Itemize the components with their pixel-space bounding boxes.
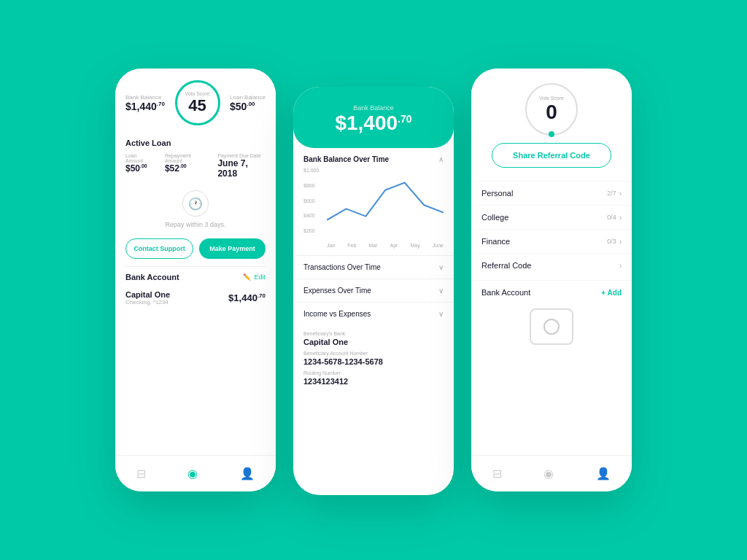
chevron-right-icon-1: › (619, 190, 622, 198)
bank-account-section-label: Bank Account (481, 288, 530, 297)
chevron-up-icon[interactable]: ∧ (438, 155, 444, 163)
add-bank-button[interactable]: + Add (601, 289, 622, 297)
chart-title: Bank Balance Over Time (303, 155, 389, 163)
bank-balance-label: Bank Balance (125, 94, 165, 101)
safe-icon (530, 308, 573, 345)
bank-balance-large: $1,400.70 (335, 112, 411, 135)
repayment-label: Repayment Amount (165, 153, 206, 163)
bottom-nav-1: ⊟ ◉ 👤 (115, 455, 276, 491)
globe-nav-icon-3[interactable]: ◉ (543, 467, 554, 481)
user-nav-icon-3[interactable]: 👤 (596, 467, 611, 481)
chart-area: $1,000 $800 $600 $400 $200 Jan Feb Mar A… (303, 168, 444, 248)
menu-finance-right: 0/3 › (607, 238, 622, 246)
beneficiary-bank-value: Capital One (303, 338, 444, 346)
due-date-item: Payment Due Date June 7, 2018 (217, 153, 266, 179)
share-referral-code-button[interactable]: Share Referral Code (492, 143, 611, 168)
beneficiary-account-value: 1234-5678-1234-5678 (303, 357, 444, 366)
phone2-header: Bank Balance $1,400.70 (293, 87, 454, 148)
repay-section: 🕐 Repay within 3 days. (115, 182, 276, 234)
account-balance: $1,440.70 (228, 292, 266, 303)
make-payment-button[interactable]: Make Payment (199, 238, 266, 259)
vola-score-label-3: Vola Score (539, 96, 564, 101)
vola-score-value: 45 (188, 96, 206, 115)
bank-balance-value: $1,440.70 (125, 101, 165, 112)
routing-value: 1234123412 (303, 377, 444, 386)
home-nav-icon-3[interactable]: ⊟ (492, 467, 502, 481)
phone-1: Bank Balance $1,440.70 Vola Score 45 Loa… (115, 69, 276, 491)
user-nav-icon[interactable]: 👤 (240, 467, 255, 481)
chevron-down-icon-3: ∨ (438, 310, 444, 318)
vola-score-value-3: 0 (546, 101, 557, 124)
chevron-down-icon-1: ∨ (438, 263, 444, 271)
chevron-right-icon-2: › (619, 214, 622, 222)
bank-edit-button[interactable]: ✏️ Edit (243, 273, 266, 281)
chart-y-labels: $1,000 $800 $600 $400 $200 (303, 168, 319, 233)
beneficiary-section: Beneficiary's Bank Capital One Beneficia… (293, 325, 454, 396)
globe-nav-icon[interactable]: ◉ (187, 467, 198, 481)
phones-container: Bank Balance $1,440.70 Vola Score 45 Loa… (101, 50, 646, 510)
accordion-income-label: Income vs Expenses (303, 310, 371, 318)
beneficiary-bank-label: Beneficiary's Bank (303, 331, 444, 336)
edit-icon: ✏️ (243, 273, 251, 281)
bank-section: Bank Account ✏️ Edit (115, 267, 276, 287)
phone-3: Vola Score 0 Share Referral Code Persona… (471, 69, 632, 491)
active-loan-title: Active Loan (115, 133, 276, 150)
routing-label: Routing Number (303, 370, 444, 376)
repayment-item: Repayment Amount $52.00 (165, 153, 206, 179)
loan-amount-item: Loan Amount $50.00 (125, 153, 153, 179)
phone-2: Bank Balance $1,400.70 Bank Balance Over… (293, 87, 454, 495)
chevron-down-icon-2: ∨ (438, 287, 444, 295)
chart-header: Bank Balance Over Time ∧ (303, 155, 444, 163)
contact-support-button[interactable]: Contact Support (125, 238, 193, 259)
accordion-income[interactable]: Income vs Expenses ∨ (293, 302, 454, 325)
loan-balance-label: Loan Balance (230, 94, 266, 101)
chart-x-labels: Jan Feb Mar Apr May June (327, 243, 444, 248)
chart-svg (327, 168, 444, 235)
menu-college[interactable]: College 0/4 › (471, 205, 632, 229)
bank-account-section: Bank Account + Add (471, 280, 632, 301)
chevron-right-icon-4: › (619, 262, 622, 270)
loan-details: Loan Amount $50.00 Repayment Amount $52.… (115, 150, 276, 182)
menu-personal-label: Personal (481, 189, 513, 198)
bank-info: Capital One Checking, *1234 (125, 290, 170, 306)
vola-circle-large: Vola Score 0 (525, 83, 578, 136)
menu-referral[interactable]: Referral Code › (471, 253, 632, 277)
menu-college-label: College (481, 213, 508, 222)
menu-finance[interactable]: Finance 0/3 › (471, 229, 632, 253)
safe-icon-container (471, 301, 632, 351)
loan-balance-block: Loan Balance $50.00 (230, 94, 266, 112)
home-nav-icon[interactable]: ⊟ (136, 467, 146, 481)
due-date-label: Payment Due Date (217, 153, 266, 158)
chart-section: Bank Balance Over Time ∧ $1,000 $800 $60… (293, 148, 454, 255)
repay-text: Repay within 3 days. (165, 221, 225, 228)
phone1-header: Bank Balance $1,440.70 Vola Score 45 Loa… (115, 69, 276, 133)
action-buttons: Contact Support Make Payment (115, 234, 276, 266)
menu-personal[interactable]: Personal 2/7 › (471, 181, 632, 205)
bank-account-title: Bank Account (125, 273, 179, 281)
beneficiary-account-label: Beneficiary Account Number (303, 351, 444, 356)
loan-amount-value: $50.00 (125, 163, 153, 174)
bottom-nav-3: ⊟ ◉ 👤 (471, 455, 632, 491)
vola-score-circle: Vola Score 45 (175, 80, 220, 125)
bank-subtype: Checking, *1234 (125, 299, 170, 306)
bank-row: Capital One Checking, *1234 $1,440.70 (115, 287, 276, 311)
bank-balance-label-2: Bank Balance (353, 104, 394, 112)
accordion-expenses-label: Expenses Over Time (303, 287, 371, 295)
accordion-expenses[interactable]: Expenses Over Time ∨ (293, 279, 454, 302)
menu-college-right: 0/4 › (607, 214, 622, 222)
bank-balance-block: Bank Balance $1,440.70 (125, 94, 165, 112)
accordion-transactions-label: Transactions Over Time (303, 263, 381, 271)
loan-amount-label: Loan Amount (125, 153, 153, 163)
due-date-value: June 7, 2018 (217, 158, 266, 179)
vola-score-label: Vola Score (185, 91, 210, 96)
menu-personal-right: 2/7 › (607, 190, 622, 198)
loan-balance-value: $50.00 (230, 101, 266, 112)
accordion-transactions[interactable]: Transactions Over Time ∨ (293, 255, 454, 279)
menu-referral-label: Referral Code (481, 261, 531, 270)
phone3-header: Vola Score 0 Share Referral Code (471, 69, 632, 178)
bank-name: Capital One (125, 290, 170, 299)
chevron-right-icon-3: › (619, 238, 622, 246)
repayment-value: $52.00 (165, 163, 206, 174)
menu-finance-label: Finance (481, 237, 510, 246)
menu-list: Personal 2/7 › College 0/4 › Finance 0/3… (471, 178, 632, 280)
